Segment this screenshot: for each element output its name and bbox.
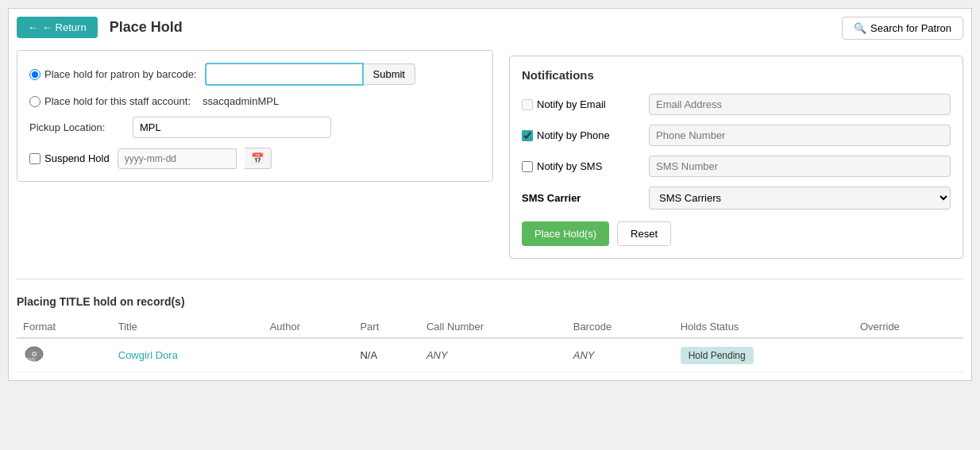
sms-carrier-label: SMS Carrier	[522, 192, 641, 204]
holds-status-badge: Hold Pending	[681, 347, 754, 364]
records-table: Format Title Author Part Call Number Bar…	[17, 316, 963, 372]
search-patron-label: Search for Patron	[870, 22, 951, 34]
notify-phone-row: Notify by Phone	[522, 125, 951, 146]
bottom-section: Placing TITLE hold on record(s) Format T…	[17, 287, 963, 372]
section-divider	[17, 279, 963, 279]
col-title: Title	[112, 316, 264, 338]
notify-email-label[interactable]: Notify by Email	[522, 98, 641, 110]
radio-staff-label[interactable]: Place hold for this staff account:	[29, 95, 191, 107]
radio-staff[interactable]	[29, 96, 41, 107]
table-row: DVD Cowgirl Dora N/A ANY ANY	[17, 338, 963, 372]
part-value: N/A	[360, 349, 377, 361]
notify-phone-checkbox[interactable]	[522, 130, 533, 141]
barcode-value: ANY	[573, 349, 595, 361]
notify-phone-label[interactable]: Notify by Phone	[522, 129, 641, 141]
sms-carrier-row: SMS Carrier SMS Carriers	[522, 187, 951, 210]
table-header: Format Title Author Part Call Number Bar…	[17, 316, 963, 338]
search-patron-button[interactable]: 🔍 Search for Patron	[842, 17, 963, 40]
notifications-panel: Notifications Notify by Email Notify by …	[509, 56, 963, 259]
cell-holds-status: Hold Pending	[674, 338, 854, 372]
suspend-label[interactable]: Suspend Hold	[29, 152, 110, 164]
place-hold-form: Place hold for patron by barcode: Submit…	[17, 50, 493, 182]
notify-sms-checkbox[interactable]	[522, 161, 533, 172]
reset-button[interactable]: Reset	[617, 221, 671, 246]
sms-number-input[interactable]	[649, 156, 951, 177]
notify-email-checkbox[interactable]	[522, 99, 533, 110]
barcode-input-group: Submit	[205, 63, 415, 86]
notify-phone-text: Notify by Phone	[537, 129, 610, 141]
email-address-input[interactable]	[649, 94, 951, 115]
pickup-location-input[interactable]	[133, 117, 331, 138]
pickup-row: Pickup Location:	[29, 117, 480, 138]
notify-email-row: Notify by Email	[522, 94, 951, 115]
cell-override	[854, 338, 963, 372]
table-header-row: Format Title Author Part Call Number Bar…	[17, 316, 963, 338]
return-button[interactable]: ← ← Return	[17, 17, 98, 38]
call-number-value: ANY	[426, 349, 448, 361]
return-label: ← Return	[42, 21, 87, 33]
suspend-row: Suspend Hold 📅	[29, 148, 480, 169]
svg-point-2	[33, 353, 35, 355]
dvd-icon: DVD	[23, 345, 45, 363]
staff-value: ssacqadminMPL	[203, 95, 279, 107]
sms-carrier-select[interactable]: SMS Carriers	[649, 187, 951, 210]
radio-barcode-label[interactable]: Place hold for patron by barcode:	[29, 68, 197, 80]
col-author: Author	[264, 316, 354, 338]
return-arrow-icon: ←	[28, 21, 38, 33]
table-body: DVD Cowgirl Dora N/A ANY ANY	[17, 338, 963, 372]
col-call-number: Call Number	[420, 316, 567, 338]
cell-title[interactable]: Cowgirl Dora	[112, 338, 264, 372]
phone-number-input[interactable]	[649, 125, 951, 146]
suspend-checkbox[interactable]	[29, 153, 41, 164]
date-input[interactable]	[118, 148, 237, 169]
cell-author	[264, 338, 354, 372]
notify-sms-row: Notify by SMS	[522, 156, 951, 177]
staff-row: Place hold for this staff account: ssacq…	[29, 95, 480, 107]
title-link[interactable]: Cowgirl Dora	[118, 349, 178, 361]
radio2-label: Place hold for this staff account:	[44, 95, 191, 107]
cell-format: DVD	[17, 338, 112, 372]
col-override: Override	[854, 316, 963, 338]
cell-barcode: ANY	[567, 338, 674, 372]
suspend-label-text: Suspend Hold	[44, 152, 110, 164]
calendar-button[interactable]: 📅	[245, 148, 272, 169]
notify-email-text: Notify by Email	[537, 98, 606, 110]
svg-text:DVD: DVD	[27, 357, 36, 362]
col-part: Part	[353, 316, 419, 338]
submit-button[interactable]: Submit	[364, 63, 415, 85]
page-title: Place Hold	[110, 19, 183, 36]
notify-sms-text: Notify by SMS	[537, 160, 602, 172]
barcode-input[interactable]	[205, 63, 364, 86]
radio-barcode[interactable]	[29, 69, 41, 80]
radio1-label: Place hold for patron by barcode:	[44, 68, 197, 80]
section-title: Placing TITLE hold on record(s)	[17, 295, 963, 308]
notifications-title: Notifications	[522, 68, 951, 82]
cell-part: N/A	[353, 338, 419, 372]
action-buttons: Place Hold(s) Reset	[522, 221, 951, 246]
calendar-icon: 📅	[251, 152, 264, 164]
right-panel-header: 🔍 Search for Patron	[509, 17, 963, 48]
cell-call-number: ANY	[420, 338, 567, 372]
search-icon: 🔍	[854, 22, 866, 34]
place-hold-button[interactable]: Place Hold(s)	[522, 221, 609, 246]
barcode-row: Place hold for patron by barcode: Submit	[29, 63, 480, 86]
pickup-label: Pickup Location:	[29, 121, 125, 133]
col-holds-status: Holds Status	[674, 316, 854, 338]
notify-sms-label[interactable]: Notify by SMS	[522, 160, 641, 172]
col-barcode: Barcode	[567, 316, 674, 338]
col-format: Format	[17, 316, 112, 338]
